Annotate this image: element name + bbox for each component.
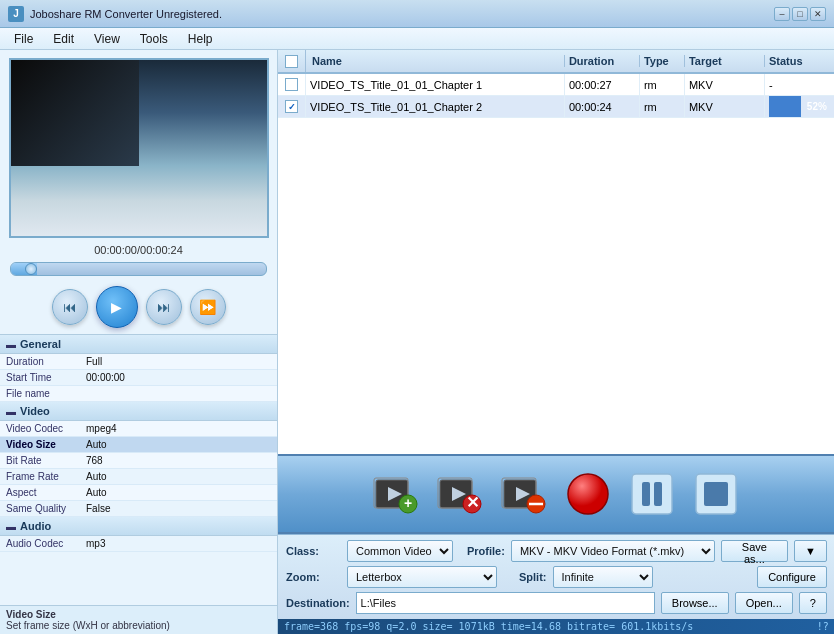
close-button[interactable]: ✕ (810, 7, 826, 21)
prop-duration-value: Full (80, 354, 277, 369)
app-icon: J (8, 6, 24, 22)
playback-controls: ⏮ ▶ ⏭ ⏩ (0, 280, 277, 334)
row2-check[interactable] (278, 96, 306, 117)
preview-progress-bar[interactable] (10, 262, 267, 276)
status-strip: frame=368 fps=98 q=2.0 size= 1071kB time… (278, 619, 834, 634)
section-general-label: General (20, 338, 61, 350)
table-row[interactable]: VIDEO_TS_Title_01_01_Chapter 2 00:00:24 … (278, 96, 834, 118)
prop-audio-codec-label: Audio Codec (0, 536, 80, 551)
menu-view[interactable]: View (84, 30, 130, 48)
svg-rect-18 (654, 482, 662, 506)
status-hint-title: Video Size (6, 609, 56, 620)
table-row[interactable]: VIDEO_TS_Title_01_01_Chapter 1 00:00:27 … (278, 74, 834, 96)
row2-checkbox[interactable] (285, 100, 298, 113)
help-button[interactable]: ? (799, 592, 827, 614)
remove-video-icon: ✕ (436, 470, 484, 518)
play-button[interactable]: ▶ (96, 286, 138, 328)
destination-row: Destination: L:\Files Browse... Open... … (286, 592, 827, 614)
left-panel: 00:00:00/00:00:24 ⏮ ▶ ⏭ ⏩ ▬ General Dura… (0, 50, 278, 634)
select-all-checkbox[interactable] (285, 55, 298, 68)
preview-image (11, 60, 267, 236)
section-general[interactable]: ▬ General (0, 335, 277, 354)
zoom-select[interactable]: Letterbox (347, 566, 497, 588)
block-video-icon (500, 470, 548, 518)
row1-checkbox[interactable] (285, 78, 298, 91)
toolbar-area: + ✕ (278, 454, 834, 534)
configure-button[interactable]: Configure (757, 566, 827, 588)
row1-name: VIDEO_TS_Title_01_01_Chapter 1 (306, 74, 565, 95)
rewind-button[interactable]: ⏮ (52, 289, 88, 325)
section-audio-label: Audio (20, 520, 51, 532)
browse-button[interactable]: Browse... (661, 592, 729, 614)
preview-overlay (11, 60, 139, 166)
svg-rect-17 (642, 482, 650, 506)
step-button[interactable]: ⏭ (146, 289, 182, 325)
open-button[interactable]: Open... (735, 592, 793, 614)
row2-status: 52% (765, 96, 834, 117)
split-select[interactable]: Infinite (553, 566, 653, 588)
add-video-button[interactable]: + (372, 470, 420, 518)
menu-tools[interactable]: Tools (130, 30, 178, 48)
destination-label: Destination: (286, 597, 350, 609)
row1-check[interactable] (278, 74, 306, 95)
prop-bit-rate: Bit Rate 768 (0, 453, 277, 469)
dropdown-arrow-button[interactable]: ▼ (794, 540, 827, 562)
window-title: Joboshare RM Converter Unregistered. (30, 8, 222, 20)
pause-icon (628, 470, 676, 518)
stop-button[interactable] (692, 470, 740, 518)
block-video-button[interactable] (500, 470, 548, 518)
prop-bit-rate-label: Bit Rate (0, 453, 80, 468)
preview-area (9, 58, 269, 238)
class-select[interactable]: Common Video (347, 540, 453, 562)
row2-type: rm (640, 96, 685, 117)
prop-start-time-value: 00:00:00 (80, 370, 277, 385)
row1-target: MKV (685, 74, 765, 95)
prop-start-time: Start Time 00:00:00 (0, 370, 277, 386)
fast-forward-button[interactable]: ⏩ (190, 289, 226, 325)
destination-input[interactable]: L:\Files (356, 592, 655, 614)
file-list: VIDEO_TS_Title_01_01_Chapter 1 00:00:27 … (278, 74, 834, 454)
profile-select[interactable]: MKV - MKV Video Format (*.mkv) (511, 540, 715, 562)
progress-knob[interactable] (25, 263, 37, 275)
row2-progress-text: 52% (807, 101, 827, 112)
remove-video-button[interactable]: ✕ (436, 470, 484, 518)
menu-edit[interactable]: Edit (43, 30, 84, 48)
prop-file-name-label: File name (0, 386, 80, 401)
prop-file-name-value (80, 386, 277, 401)
prop-frame-rate-value: Auto (80, 469, 277, 484)
prop-aspect-label: Aspect (0, 485, 80, 500)
row2-name: VIDEO_TS_Title_01_01_Chapter 2 (306, 96, 565, 117)
header-target: Target (685, 55, 765, 67)
menu-help[interactable]: Help (178, 30, 223, 48)
prop-video-codec-value: mpeg4 (80, 421, 277, 436)
convert-button[interactable] (564, 470, 612, 518)
title-bar-controls: – □ ✕ (774, 7, 826, 21)
menu-file[interactable]: File (4, 30, 43, 48)
svg-rect-16 (632, 474, 672, 514)
status-text: frame=368 fps=98 q=2.0 size= 1071kB time… (284, 621, 693, 632)
save-as-button[interactable]: Save as... (721, 540, 788, 562)
prop-frame-rate-label: Frame Rate (0, 469, 80, 484)
profile-label: Profile: (467, 545, 505, 557)
header-check[interactable] (278, 50, 306, 72)
title-bar: J Joboshare RM Converter Unregistered. –… (0, 0, 834, 28)
prop-video-codec: Video Codec mpeg4 (0, 421, 277, 437)
prop-frame-rate: Frame Rate Auto (0, 469, 277, 485)
prop-video-size-value: Auto (80, 437, 277, 452)
svg-text:+: + (404, 495, 412, 511)
svg-point-15 (568, 474, 608, 514)
minimize-button[interactable]: – (774, 7, 790, 21)
prop-video-codec-label: Video Codec (0, 421, 80, 436)
maximize-button[interactable]: □ (792, 7, 808, 21)
prop-aspect: Aspect Auto (0, 485, 277, 501)
section-audio[interactable]: ▬ Audio (0, 517, 277, 536)
right-panel: Name Duration Type Target Status VIDEO_T… (278, 50, 834, 634)
status-right: !? (817, 621, 829, 632)
header-duration: Duration (565, 55, 640, 67)
pause-button[interactable] (628, 470, 676, 518)
class-profile-row: Class: Common Video Profile: MKV - MKV V… (286, 540, 827, 562)
collapse-video-icon: ▬ (6, 406, 16, 417)
header-type: Type (640, 55, 685, 67)
prop-video-size: Video Size Auto (0, 437, 277, 453)
section-video[interactable]: ▬ Video (0, 402, 277, 421)
